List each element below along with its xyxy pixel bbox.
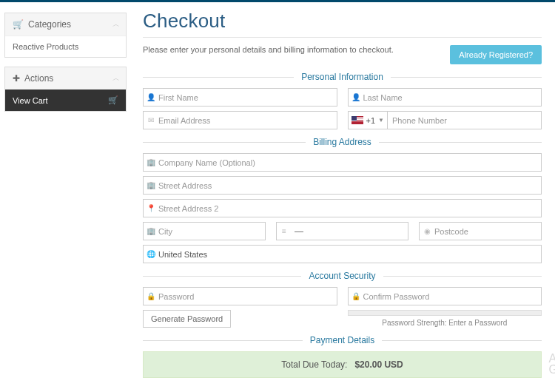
state-selected: — bbox=[292, 226, 408, 237]
envelope-icon: ✉ bbox=[144, 116, 158, 124]
first-name-input[interactable] bbox=[158, 90, 337, 105]
person-icon: 👤 bbox=[144, 93, 158, 101]
side-letters: AG bbox=[549, 353, 555, 375]
company-field[interactable]: 🏢 bbox=[143, 153, 542, 172]
lock-icon: 🔒 bbox=[349, 292, 363, 300]
map-pin-icon: 📍 bbox=[144, 204, 158, 212]
caret-down-icon[interactable]: ▼ bbox=[378, 117, 384, 124]
categories-header[interactable]: 🛒 Categories ︿ bbox=[5, 13, 126, 36]
dial-code[interactable]: +1 bbox=[363, 116, 379, 125]
strength-meter bbox=[348, 310, 542, 316]
email-field[interactable]: ✉ bbox=[143, 111, 337, 129]
person-icon: 👤 bbox=[349, 93, 363, 101]
password-strength: Password Strength: Enter a Password bbox=[348, 310, 542, 328]
state-field[interactable]: ≡ — bbox=[276, 222, 408, 240]
postcode-field[interactable]: ◉ bbox=[419, 222, 542, 240]
view-cart-label: View Cart bbox=[13, 96, 47, 105]
certificate-icon: ◉ bbox=[420, 227, 434, 235]
building-icon: 🏢 bbox=[144, 158, 158, 166]
cart-icon: 🛒 bbox=[108, 95, 118, 105]
total-due: Total Due Today: $20.00 USD bbox=[143, 351, 542, 378]
first-name-field[interactable]: 👤 bbox=[143, 88, 337, 107]
section-billing: Billing Address bbox=[143, 137, 542, 147]
actions-panel: ✚ Actions ︿ View Cart 🛒 bbox=[4, 67, 127, 112]
categories-title: Categories bbox=[28, 19, 71, 30]
generate-password-button[interactable]: Generate Password bbox=[143, 310, 231, 328]
actions-title: Actions bbox=[24, 73, 53, 84]
city-field[interactable]: 🏢 bbox=[143, 222, 266, 240]
building-icon: 🏢 bbox=[144, 181, 158, 189]
strength-text: Password Strength: Enter a Password bbox=[348, 319, 542, 327]
country-field[interactable]: 🌐 bbox=[143, 245, 542, 263]
title-divider bbox=[143, 37, 542, 38]
category-item-reactive[interactable]: Reactive Products bbox=[5, 36, 126, 57]
cart-icon: 🛒 bbox=[13, 19, 24, 30]
total-due-label: Total Due Today: bbox=[281, 359, 352, 370]
already-registered-button[interactable]: Already Registered? bbox=[450, 45, 542, 64]
section-security: Account Security bbox=[143, 271, 542, 281]
confirm-password-input[interactable] bbox=[363, 289, 542, 304]
password-field[interactable]: 🔒 bbox=[143, 287, 337, 305]
confirm-password-field[interactable]: 🔒 bbox=[348, 287, 542, 305]
street1-field[interactable]: 🏢 bbox=[143, 176, 542, 195]
street2-input[interactable] bbox=[158, 201, 541, 216]
globe-icon: 🌐 bbox=[144, 250, 158, 258]
plus-icon: ✚ bbox=[13, 73, 20, 84]
email-input[interactable] bbox=[158, 113, 337, 128]
phone-input[interactable] bbox=[388, 113, 541, 128]
building-icon: 🏢 bbox=[144, 227, 158, 235]
password-input[interactable] bbox=[158, 289, 337, 304]
country-input[interactable] bbox=[158, 247, 541, 262]
total-due-amount: $20.00 USD bbox=[354, 359, 403, 370]
categories-panel: 🛒 Categories ︿ Reactive Products bbox=[4, 13, 127, 58]
actions-header[interactable]: ✚ Actions ︿ bbox=[5, 67, 126, 89]
city-input[interactable] bbox=[158, 224, 265, 239]
lock-icon: 🔒 bbox=[144, 292, 158, 300]
company-input[interactable] bbox=[158, 155, 541, 170]
chevron-up-icon: ︿ bbox=[112, 19, 120, 30]
phone-field[interactable]: +1 ▼ bbox=[348, 111, 542, 129]
section-personal: Personal Information bbox=[143, 72, 542, 82]
section-payment: Payment Details bbox=[143, 335, 542, 345]
view-cart-button[interactable]: View Cart 🛒 bbox=[5, 89, 126, 111]
sidebar: 🛒 Categories ︿ Reactive Products ✚ Actio… bbox=[4, 13, 127, 378]
street2-field[interactable]: 📍 bbox=[143, 199, 542, 217]
intro-text: Please enter your personal details and b… bbox=[143, 45, 394, 54]
street1-input[interactable] bbox=[158, 178, 541, 193]
main-content: Checkout Please enter your personal deta… bbox=[127, 2, 555, 378]
postcode-input[interactable] bbox=[434, 224, 541, 239]
chevron-up-icon: ︿ bbox=[112, 73, 120, 84]
us-flag-icon[interactable] bbox=[352, 116, 363, 124]
list-icon: ≡ bbox=[277, 227, 292, 235]
last-name-input[interactable] bbox=[363, 90, 542, 105]
last-name-field[interactable]: 👤 bbox=[348, 88, 542, 107]
page-title: Checkout bbox=[143, 10, 542, 33]
